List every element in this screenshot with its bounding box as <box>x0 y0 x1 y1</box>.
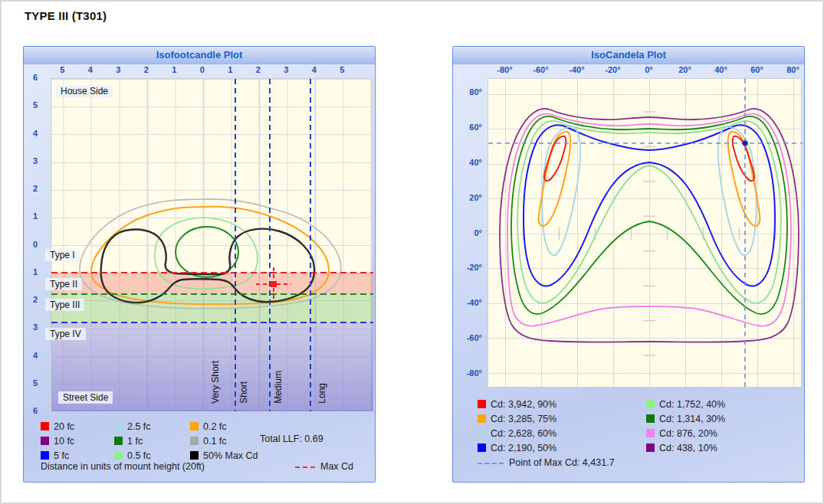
x-axis-tick-label: 3 <box>272 65 300 74</box>
legend-swatch <box>41 437 49 445</box>
y-axis-tick-label: 6 <box>24 72 47 83</box>
max-cd-marker <box>271 281 277 287</box>
legend-item: 0.2 fc <box>190 419 258 434</box>
y-axis-tick-label: 3 <box>24 322 47 333</box>
legend-swatch <box>114 451 123 460</box>
x-axis-tick-label: -40° <box>559 65 595 74</box>
legend-item: Cd: 3,285, 75% <box>478 411 556 426</box>
y-axis-tick-label: 4 <box>24 128 47 139</box>
legend-swatch <box>646 414 655 423</box>
legend-swatch <box>190 451 199 460</box>
legend-label: 50% Max Cd <box>203 450 258 461</box>
zone-label-type2: Type II <box>45 278 82 290</box>
legend-swatch <box>190 437 199 445</box>
legend-label: Cd: 876, 20% <box>659 428 717 439</box>
y-axis-tick-label: 40° <box>455 157 482 169</box>
legend-label: Cd: 1,314, 30% <box>659 414 725 424</box>
legend-item: Cd: 2,628, 60% <box>478 426 556 440</box>
x-axis-tick-label: 60° <box>739 65 775 74</box>
isocandela-panel: IsoCandela Plot -80°-60°-40°-20°0°20°40°… <box>452 46 805 483</box>
y-axis-tick-label: 0° <box>455 227 482 239</box>
x-axis-tick-label: 5 <box>328 65 356 74</box>
x-axis-tick-label: -60° <box>523 65 559 74</box>
isofootcandle-y-axis: 6543210123456 <box>24 72 47 417</box>
legend-label: Cd: 1,752, 40% <box>659 399 725 410</box>
legend-label: Cd: 2,190, 50% <box>491 443 556 453</box>
x-axis-tick-label: 40° <box>703 65 739 74</box>
y-axis-tick-label: -60° <box>455 332 482 344</box>
legend-item: 10 fc <box>41 434 74 448</box>
legend-swatch <box>41 422 49 430</box>
x-axis-tick-label: 5 <box>48 65 77 74</box>
isofootcandle-title: Isofootcandle Plot <box>24 47 375 64</box>
legend-swatch <box>478 443 486 452</box>
legend-swatch <box>646 400 655 408</box>
y-axis-tick-label: 6 <box>24 405 47 417</box>
x-axis-tick-label: 1 <box>160 65 189 74</box>
y-axis-tick-label: 0 <box>24 239 47 250</box>
legend-label: 0.5 fc <box>127 450 151 461</box>
isocd-legend-col2: Cd: 1,752, 40% Cd: 1,314, 30% Cd: 876, 2… <box>646 397 725 455</box>
max-cd-legend-label: Max Cd <box>320 461 353 472</box>
point-of-max-cd-label: Point of Max Cd: 4,431.7 <box>509 457 615 468</box>
zone-label-type1: Type I <box>45 249 80 261</box>
legend-label: 10 fc <box>54 436 74 447</box>
isocandela-x-axis: -80°-60°-40°-20°0°20°40°60°80° <box>487 65 811 74</box>
y-axis-tick-label: 1 <box>24 267 47 278</box>
legend-label: 20 fc <box>54 421 74 432</box>
dist-label-medium: Medium <box>273 371 284 404</box>
y-axis-tick-label: 80° <box>455 87 482 98</box>
x-axis-tick-label: 1 <box>216 65 245 74</box>
total-llf-value: Total LLF: 0.69 <box>260 434 323 444</box>
legend-label: 0.1 fc <box>203 436 227 447</box>
x-axis-tick-label: 2 <box>245 65 273 74</box>
x-axis-tick-label: 0 <box>189 65 217 74</box>
y-axis-tick-label: 1 <box>24 211 47 222</box>
y-axis-tick-label: 60° <box>455 122 482 133</box>
mount-height-footnote: Distance in units of mount height (20ft) <box>41 461 205 472</box>
y-axis-tick-label: -80° <box>455 368 482 379</box>
house-side-label: House Side <box>56 85 113 97</box>
zone-label-type3: Type III <box>45 299 84 311</box>
isofc-legend-col3: 0.2 fc 0.1 fc 50% Max Cd <box>190 419 258 463</box>
legend-swatch <box>478 414 486 423</box>
x-axis-tick-label: 3 <box>104 65 133 74</box>
isocandela-contour-layer <box>488 79 803 388</box>
legend-item: 2.5 fc <box>114 419 151 434</box>
y-axis-tick-label: 4 <box>24 350 47 362</box>
max-cd-point <box>743 141 748 146</box>
isocandela-plot-area <box>488 78 802 388</box>
contour-cd-1752 <box>517 121 781 303</box>
y-axis-tick-label: 5 <box>24 100 47 111</box>
x-axis-tick-label: 20° <box>667 65 703 74</box>
legend-item: Cd: 1,314, 30% <box>646 411 725 426</box>
x-axis-tick-label: 4 <box>300 65 329 74</box>
point-of-max-cd: Point of Max Cd: 4,431.7 <box>478 457 615 468</box>
legend-item: Cd: 438, 10% <box>646 440 725 455</box>
isofootcandle-panel: Isofootcandle Plot 54321012345 654321012… <box>23 46 376 483</box>
x-axis-tick-label: -20° <box>595 65 631 74</box>
isocandela-y-axis: 80°60°40°20°0°-20°-40°-60°-80° <box>455 87 484 379</box>
legend-item: 20 fc <box>41 419 74 434</box>
legend-item: 1 fc <box>114 434 151 448</box>
y-axis-tick-label: -40° <box>455 297 482 309</box>
isofc-legend-col1: 20 fc 10 fc 5 fc <box>41 419 74 463</box>
legend-label: Cd: 3,942, 90% <box>491 399 556 410</box>
legend-item: Cd: 1,752, 40% <box>646 397 725 411</box>
screenshot-frame: TYPE III (T301) Isofootcandle Plot 54321… <box>0 0 824 504</box>
dist-label-long: Long <box>317 383 327 404</box>
x-axis-tick-label: 0° <box>631 65 667 74</box>
legend-label: 0.2 fc <box>203 421 227 432</box>
legend-swatch <box>646 443 655 452</box>
dist-label-short: Short <box>238 381 249 404</box>
isocandela-title: IsoCandela Plot <box>453 47 804 64</box>
zone-label-type4: Type IV <box>45 328 86 340</box>
isofootcandle-x-axis: 54321012345 <box>48 65 356 74</box>
x-axis-tick-label: 80° <box>775 65 811 74</box>
y-axis-tick-label: 20° <box>455 192 482 204</box>
legend-swatch <box>114 437 123 445</box>
contour-cd-2190 <box>524 125 775 286</box>
street-side-label: Street Side <box>58 391 113 404</box>
y-axis-tick-label: 5 <box>24 378 47 389</box>
legend-item: 0.1 fc <box>190 434 258 448</box>
